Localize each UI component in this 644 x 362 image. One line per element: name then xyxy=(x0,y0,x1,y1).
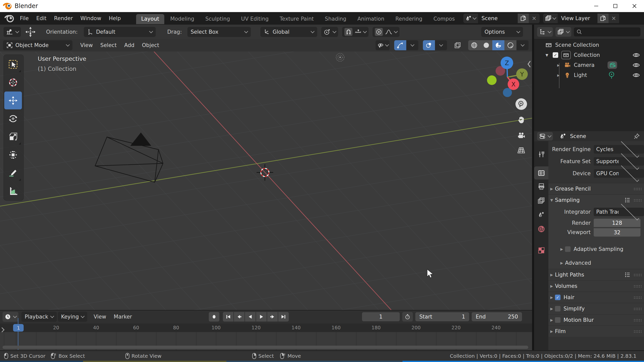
falloff-dropdown-chevron[interactable] xyxy=(394,29,398,33)
tab-texture-properties[interactable] xyxy=(534,244,548,257)
tab-tool-properties[interactable] xyxy=(534,148,548,161)
tab-shading[interactable]: Shading xyxy=(320,14,351,24)
hide-eye-icon[interactable] xyxy=(632,52,640,58)
panel-grease-pencil[interactable]: ▶ Grease Pencil xyxy=(548,183,644,194)
blender-menu-logo-icon[interactable] xyxy=(5,14,14,23)
scene-name-field[interactable]: Scene xyxy=(478,14,518,23)
panel-sampling[interactable]: ▼ Sampling xyxy=(548,194,644,206)
hair-checkbox[interactable]: ✓ xyxy=(555,295,560,300)
close-button[interactable] xyxy=(625,0,644,12)
advanced-row[interactable]: ▶ Advanced xyxy=(548,257,644,269)
tab-sculpting[interactable]: Sculpting xyxy=(200,14,235,24)
hide-eye-icon[interactable] xyxy=(632,62,640,68)
collection-checkbox[interactable]: ✓ xyxy=(553,52,558,58)
minimize-button[interactable] xyxy=(587,0,606,12)
menu-edit[interactable]: Edit xyxy=(32,15,50,21)
play-button[interactable] xyxy=(256,312,267,322)
scene-new-button[interactable] xyxy=(518,14,529,23)
camera-data-badge[interactable] xyxy=(608,61,617,69)
snap-toggle[interactable] xyxy=(344,28,352,36)
outliner-filter-button[interactable] xyxy=(555,27,571,37)
tool-rotate[interactable] xyxy=(4,110,22,127)
timeline-ruler[interactable]: 20 40 60 80 100 120 140 160 180 200 220 … xyxy=(0,324,532,332)
sidebar-collapse-chevron[interactable] xyxy=(527,59,532,69)
use-preview-range-button[interactable] xyxy=(402,312,413,322)
hide-eye-icon[interactable] xyxy=(632,72,640,78)
tab-texture-paint[interactable]: Texture Paint xyxy=(275,14,319,24)
light-data-badge[interactable] xyxy=(608,71,615,79)
pin-icon[interactable] xyxy=(633,133,640,140)
falloff-curve-icon[interactable] xyxy=(385,28,392,35)
panel-hair[interactable]: ▶ ✓ Hair xyxy=(548,292,644,303)
view-layer-remove-button[interactable]: ✕ xyxy=(609,14,619,23)
panel-simplify[interactable]: ▶ Simplify xyxy=(548,303,644,314)
next-keyframe-button[interactable] xyxy=(267,312,278,322)
tab-compositing[interactable]: Compos xyxy=(428,14,460,24)
options-dropdown[interactable]: Options xyxy=(481,27,523,37)
timeline-marker-menu[interactable]: Marker xyxy=(110,314,136,320)
tab-animation[interactable]: Animation xyxy=(352,14,389,24)
collection-expand-arrow[interactable]: ▼ xyxy=(544,53,550,57)
panel-grip[interactable] xyxy=(633,274,641,276)
properties-editor-type-button[interactable] xyxy=(537,132,553,141)
tool-select-box[interactable] xyxy=(4,55,22,73)
active-tool-dropdown[interactable] xyxy=(4,27,21,37)
show-gizmo-toggle[interactable] xyxy=(394,40,406,50)
panel-volumes[interactable]: ▶ Volumes xyxy=(548,280,644,292)
tool-cursor[interactable] xyxy=(4,73,22,91)
zoom-view-button[interactable] xyxy=(515,98,527,110)
camera-view-button[interactable] xyxy=(515,130,527,142)
view-layer-new-button[interactable] xyxy=(597,14,609,23)
playback-menu[interactable]: Playback xyxy=(21,312,57,322)
scene-unlink-button[interactable]: ✕ xyxy=(529,14,539,23)
shading-wireframe-button[interactable] xyxy=(468,40,480,50)
jump-to-start-button[interactable] xyxy=(223,312,233,322)
panel-grip[interactable] xyxy=(633,188,641,190)
menu-window[interactable]: Window xyxy=(77,15,105,21)
timeline-scrollbar[interactable] xyxy=(3,346,528,349)
frame-end-field[interactable]: End 250 xyxy=(472,312,522,321)
viewport-canvas[interactable]: User Perspective (1) Collection xyxy=(0,52,532,310)
xray-toggle[interactable] xyxy=(452,40,464,50)
outliner-row-light[interactable]: ▶ Light xyxy=(534,70,644,80)
panel-grip[interactable] xyxy=(633,319,641,322)
view-layer-name-field[interactable]: View Layer xyxy=(558,14,597,23)
tab-uv-editing[interactable]: UV Editing xyxy=(236,14,274,24)
navigation-gizmo[interactable]: Z Y X xyxy=(487,56,530,98)
snap-dropdown-chevron[interactable] xyxy=(363,29,367,33)
tab-rendering[interactable]: Rendering xyxy=(390,14,427,24)
tool-scale[interactable] xyxy=(4,128,22,146)
drag-dropdown[interactable]: Select Box xyxy=(187,27,251,37)
tab-world-properties[interactable] xyxy=(534,222,548,236)
timeline-view-menu[interactable]: View xyxy=(90,314,110,320)
snap-target-icon[interactable] xyxy=(354,28,361,35)
menu-render[interactable]: Render xyxy=(50,15,77,21)
pan-view-button[interactable] xyxy=(515,114,527,126)
tool-measure[interactable] xyxy=(4,182,22,200)
motion-blur-checkbox[interactable] xyxy=(555,317,560,323)
current-frame-indicator[interactable]: 1 xyxy=(13,324,24,332)
orientation-dropdown[interactable]: Default xyxy=(84,27,156,37)
overlays-dropdown[interactable] xyxy=(435,40,447,50)
frame-start-field[interactable]: Start 1 xyxy=(415,312,469,321)
record-button[interactable] xyxy=(209,312,219,322)
viewport-menu-object[interactable]: Object xyxy=(138,42,163,48)
tab-scene-properties[interactable] xyxy=(534,208,548,221)
camera-expand-arrow[interactable]: ▶ xyxy=(555,63,562,67)
light-expand-arrow[interactable]: ▶ xyxy=(555,73,562,77)
tool-annotate[interactable] xyxy=(4,164,22,182)
tab-view-layer-properties[interactable] xyxy=(534,194,548,207)
prev-keyframe-button[interactable] xyxy=(234,312,245,322)
outliner-row-scene-collection[interactable]: Scene Collection xyxy=(534,40,644,50)
shading-material-button[interactable] xyxy=(492,40,504,50)
menu-help[interactable]: Help xyxy=(105,15,125,21)
pivot-point-dropdown[interactable] xyxy=(321,27,338,37)
keying-menu[interactable]: Keying xyxy=(58,312,88,322)
shading-rendered-button[interactable] xyxy=(504,40,516,50)
panel-grip[interactable] xyxy=(633,296,641,299)
shading-dropdown[interactable] xyxy=(516,40,529,50)
integrator-dropdown[interactable]: Path Tracing xyxy=(594,208,644,216)
tool-transform[interactable] xyxy=(4,146,22,164)
outliner-row-camera[interactable]: ▶ Camera xyxy=(534,60,644,70)
move-tool-icon[interactable] xyxy=(25,26,36,37)
